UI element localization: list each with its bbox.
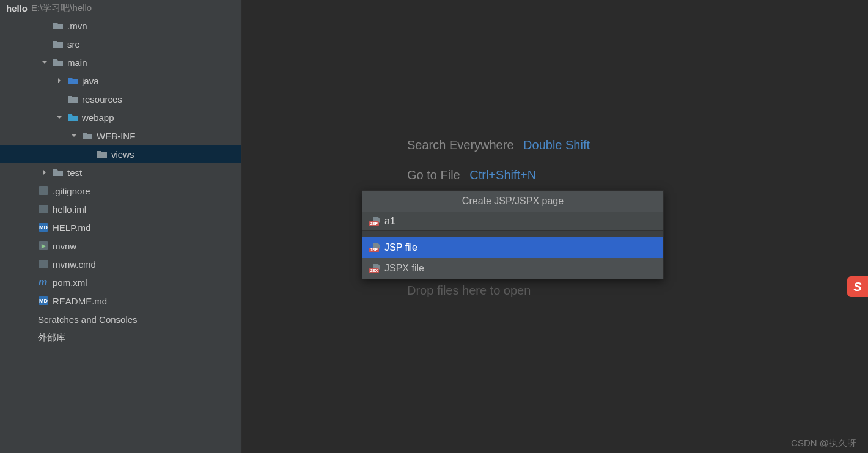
expand-arrow-icon — [40, 21, 49, 30]
side-badge[interactable]: S — [847, 276, 868, 297]
tree-item[interactable]: views — [0, 145, 241, 163]
folder-blue-icon — [67, 76, 78, 86]
project-sidebar: hello E:\学习吧\hello .mvn src main java re… — [0, 0, 242, 453]
tree-item[interactable]: .mvn — [0, 17, 241, 35]
popup-option[interactable]: JSP JSP file — [362, 237, 663, 258]
tree-item[interactable]: 外部库 — [0, 328, 241, 347]
tree-item[interactable]: WEB-INF — [0, 127, 241, 145]
tree-item-label: .mvn — [67, 21, 87, 31]
tree-item[interactable]: test — [0, 163, 241, 182]
folder-web-icon — [67, 113, 78, 122]
tree-item[interactable]: MD HELP.md — [0, 218, 241, 237]
expand-arrow-icon[interactable] — [40, 168, 49, 177]
popup-options: JSP JSP file JSX JSPX file — [362, 237, 663, 279]
tree-item[interactable]: Scratches and Consoles — [0, 310, 241, 328]
file-icon — [38, 205, 49, 214]
expand-arrow-icon[interactable] — [40, 58, 49, 67]
tree-item-label: src — [67, 39, 79, 50]
folder-icon — [53, 40, 64, 49]
expand-arrow-icon — [40, 40, 49, 48]
tree-item-label: Scratches and Consoles — [38, 314, 138, 325]
tree-item[interactable]: src — [0, 35, 241, 53]
tree-item-label: webapp — [82, 112, 114, 123]
popup-option-label: JSPX file — [384, 263, 424, 274]
expand-arrow-icon — [26, 278, 34, 287]
filename-input[interactable] — [384, 216, 657, 227]
file-icon — [38, 260, 49, 269]
file-m-icon: m — [38, 278, 49, 287]
tree-item-label: hello.iml — [53, 204, 86, 215]
file-sh-icon: ▶ — [38, 241, 49, 251]
project-path: E:\学习吧\hello — [31, 2, 92, 14]
folder-icon — [97, 150, 108, 159]
tree-item[interactable]: mvnw.cmd — [0, 255, 241, 273]
tree-item-label: main — [67, 57, 87, 68]
hint-search-everywhere: Search Everywhere Double Shift — [407, 138, 590, 152]
expand-arrow-icon — [11, 333, 20, 342]
tree-item-label: pom.xml — [53, 278, 87, 288]
tree-item[interactable]: hello.iml — [0, 200, 241, 218]
tree-item[interactable]: MD README.md — [0, 292, 241, 310]
popup-option[interactable]: JSX JSPX file — [362, 258, 663, 279]
watermark: CSDN @执久呀 — [791, 438, 856, 449]
tree-item[interactable]: java — [0, 72, 241, 90]
tree-item[interactable]: resources — [0, 90, 241, 108]
tree-item-label: mvnw — [53, 241, 76, 251]
jsp-icon: JSP — [369, 217, 380, 226]
tree-item-label: 外部库 — [38, 332, 65, 344]
expand-arrow-icon[interactable] — [70, 131, 78, 140]
tree-item-label: .gitignore — [53, 186, 90, 196]
folder-icon — [53, 168, 64, 177]
tree-item-label: java — [82, 76, 99, 86]
tree-item-label: mvnw.cmd — [53, 259, 96, 270]
tree-item[interactable]: m pom.xml — [0, 273, 241, 292]
expand-arrow-icon — [26, 260, 34, 268]
folder-res-icon — [67, 95, 78, 104]
none-icon — [23, 333, 34, 342]
expand-arrow-icon — [84, 150, 93, 158]
expand-arrow-icon — [26, 205, 34, 213]
expand-arrow-icon — [55, 95, 64, 103]
none-icon — [23, 315, 34, 324]
file-md-icon: MD — [38, 223, 49, 232]
project-header: hello E:\学习吧\hello — [0, 1, 241, 17]
tree-item-label: views — [111, 149, 134, 160]
expand-arrow-icon — [26, 296, 34, 305]
popup-separator — [362, 231, 663, 237]
tree-item[interactable]: webapp — [0, 108, 241, 127]
editor-area: Search Everywhere Double Shift Go to Fil… — [242, 0, 868, 453]
popup-option-label: JSP file — [384, 242, 417, 253]
file-git-icon — [38, 186, 49, 196]
tree-item-label: README.md — [53, 296, 107, 306]
tree-item-label: test — [67, 168, 82, 178]
file-md-icon: MD — [38, 296, 49, 306]
popup-title: Create JSP/JSPX page — [362, 191, 663, 212]
editor-hints: Search Everywhere Double Shift Go to Fil… — [407, 138, 590, 198]
tree-item[interactable]: ▶ mvnw — [0, 237, 241, 255]
tree-item-label: HELP.md — [53, 223, 90, 233]
jsx-icon: JSX — [369, 264, 380, 273]
expand-arrow-icon — [11, 315, 20, 323]
expand-arrow-icon — [26, 186, 34, 195]
project-name: hello — [6, 3, 28, 13]
expand-arrow-icon — [26, 223, 34, 232]
create-file-popup: Create JSP/JSPX page JSP JSP JSP file JS… — [362, 190, 664, 279]
folder-icon — [53, 21, 64, 31]
expand-arrow-icon[interactable] — [55, 76, 64, 85]
expand-arrow-icon — [26, 241, 34, 250]
tree-item[interactable]: .gitignore — [0, 182, 241, 200]
project-tree: .mvn src main java resources webapp WEB-… — [0, 17, 241, 347]
folder-icon — [82, 131, 93, 141]
folder-icon — [53, 58, 64, 67]
tree-item-label: WEB-INF — [97, 131, 135, 141]
jsp-icon: JSP — [369, 243, 380, 252]
tree-item-label: resources — [82, 94, 122, 105]
popup-input-row[interactable]: JSP — [362, 212, 663, 231]
tree-item[interactable]: main — [0, 53, 241, 72]
expand-arrow-icon[interactable] — [55, 113, 64, 122]
drop-files-hint: Drop files here to open — [407, 284, 531, 298]
hint-goto-file: Go to File Ctrl+Shift+N — [407, 168, 590, 182]
